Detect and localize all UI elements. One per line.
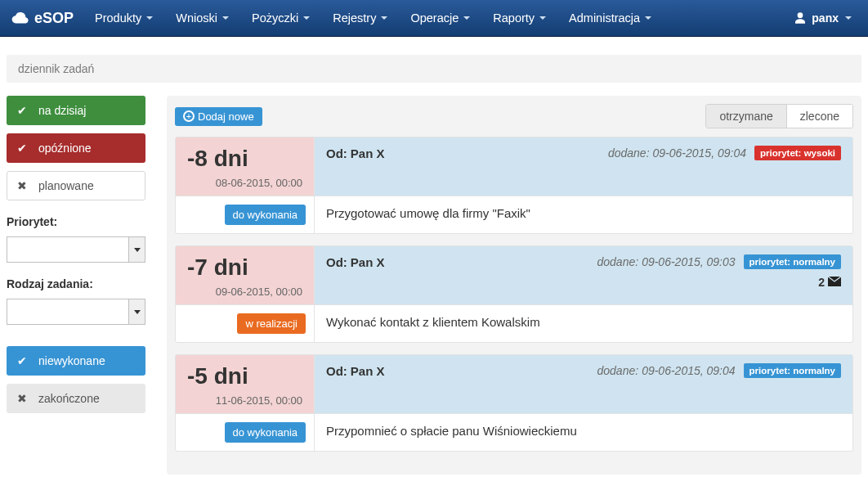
task-msg-row[interactable]: 2 [326,276,841,289]
breadcrumb-text: dziennik zadań [18,62,94,75]
task-status-button[interactable]: do wykonania [225,205,306,225]
user-name: panx [812,11,839,25]
filter-done-label: zakończone [38,392,100,405]
user-icon [794,11,807,25]
priority-label: Priorytet: [7,215,145,228]
task-header: Od:Pan Xdodane:09-06-2015, 09:04prioryte… [315,137,852,196]
kind-select[interactable] [7,299,145,325]
task-added: dodane:09-06-2015, 09:03 [597,255,736,268]
nav-item-label: Rejestry [333,11,376,25]
task-description: Przypomnieć o spłacie panu Wiśniowieckie… [315,414,852,451]
chevron-down-icon [222,16,229,20]
task-date-cell: -8 dni08-06-2015, 00:00 [176,137,315,196]
chevron-down-icon[interactable] [128,299,145,324]
nav-item-label: Raporty [493,11,535,25]
check-icon: ✔ [17,104,29,117]
filter-undone-button[interactable]: ✔ niewykonane [7,346,145,376]
task-date-cell: -7 dni09-06-2015, 00:00 [176,246,315,305]
nav-item-label: Pożyczki [252,11,298,25]
sidebar: ✔ na dzisiaj ✔ opóźnione ✖ planowane Pri… [7,96,145,475]
msg-count: 2 [818,276,825,289]
nav-item-2[interactable]: Pożyczki [240,0,321,37]
task-added: dodane:09-06-2015, 09:04 [608,146,746,160]
x-icon: ✖ [17,392,29,405]
task-added-value: 09-06-2015, 09:03 [642,255,735,268]
task-header: Od:Pan Xdodane:09-06-2015, 09:04prioryte… [315,355,852,414]
filter-undone-label: niewykonane [38,354,105,367]
nav-item-6[interactable]: Administracja [557,0,663,37]
nav-item-4[interactable]: Operacje [399,0,481,37]
filter-late-label: opóźnione [38,142,92,155]
filter-planned-label: planowane [38,179,94,192]
chevron-down-icon [303,16,310,20]
task-from-value: Pan X [351,255,385,269]
nav-item-label: Produkty [95,11,141,25]
brand-text: eSOP [34,10,74,27]
user-menu[interactable]: panx [784,11,861,25]
add-task-button[interactable]: + Dodaj nowe [175,107,262,126]
task-status-cell: do wykonania [176,196,315,233]
nav-item-1[interactable]: Wnioski [164,0,240,37]
task-card: -8 dni08-06-2015, 00:00Od:Pan Xdodane:09… [175,137,853,234]
filter-today-button[interactable]: ✔ na dzisiaj [7,96,145,125]
top-navbar: eSOP ProduktyWnioskiPożyczkiRejestryOper… [0,0,868,37]
task-delta: -7 dni [187,254,248,281]
task-from-label: Od: [326,364,347,378]
task-added-label: dodane: [608,146,650,160]
tab-sent-label: zlecone [800,110,839,123]
task-from: Od:Pan X [326,255,385,269]
task-delta: -5 dni [187,363,248,389]
task-from-label: Od: [326,146,347,160]
breadcrumb: dziennik zadań [7,55,861,83]
task-status-cell: w realizacji [176,305,315,342]
brand[interactable]: eSOP [7,10,83,27]
nav-item-3[interactable]: Rejestry [321,0,399,37]
chevron-down-icon [463,16,470,20]
task-header: Od:Pan Xdodane:09-06-2015, 09:03prioryte… [315,246,852,305]
chevron-down-icon[interactable] [128,237,145,262]
filter-planned-button[interactable]: ✖ planowane [7,171,145,200]
nav-item-label: Administracja [569,11,640,25]
kind-label: Rodzaj zadania: [7,277,145,290]
task-due: 11-06-2015, 00:00 [216,394,302,407]
tab-sent[interactable]: zlecone [786,105,852,128]
tab-received[interactable]: otrzymane [706,105,785,128]
task-due: 08-06-2015, 00:00 [216,177,302,189]
task-added-value: 09-06-2015, 09:04 [653,146,746,160]
check-icon: ✔ [17,354,29,367]
task-due: 09-06-2015, 00:00 [216,286,302,298]
priority-select[interactable] [7,236,145,263]
nav-item-label: Operacje [410,11,459,25]
task-status-button[interactable]: w realizacji [237,313,306,334]
filter-done-button[interactable]: ✖ zakończone [7,384,145,413]
task-added-label: dodane: [597,255,639,268]
task-delta: -8 dni [187,146,248,172]
task-from: Od:Pan X [326,364,385,378]
priority-badge: priorytet: normalny [744,254,841,269]
priority-badge: priorytet: normalny [744,363,841,378]
task-description: Wykonać kontakt z klientem Kowalskim [315,305,852,342]
plus-icon: + [183,110,195,122]
task-added: dodane:09-06-2015, 09:04 [597,364,736,377]
task-status-cell: do wykonania [176,414,315,451]
task-added-label: dodane: [597,364,639,377]
main-panel: + Dodaj nowe otrzymane zlecone -8 dni08-… [167,96,861,475]
task-from: Od:Pan X [326,146,385,160]
task-card: -5 dni11-06-2015, 00:00Od:Pan Xdodane:09… [175,354,853,452]
nav-item-label: Wnioski [176,11,217,25]
check-icon: ✔ [17,142,29,155]
add-task-label: Dodaj nowe [198,110,254,123]
task-status-button[interactable]: do wykonania [225,422,306,443]
task-from-value: Pan X [351,146,385,160]
nav-item-0[interactable]: Produkty [83,0,164,37]
x-icon: ✖ [17,179,29,192]
task-from-label: Od: [326,255,347,269]
task-description: Przygotować umowę dla firmy "Faxik" [315,196,852,233]
tab-received-label: otrzymane [719,110,772,123]
chevron-down-icon [645,16,651,20]
tabs: otrzymane zlecone [705,104,853,128]
priority-badge: priorytet: wysoki [754,146,841,160]
task-from-value: Pan X [351,364,385,378]
filter-late-button[interactable]: ✔ opóźnione [7,133,145,163]
nav-item-5[interactable]: Raporty [481,0,557,37]
